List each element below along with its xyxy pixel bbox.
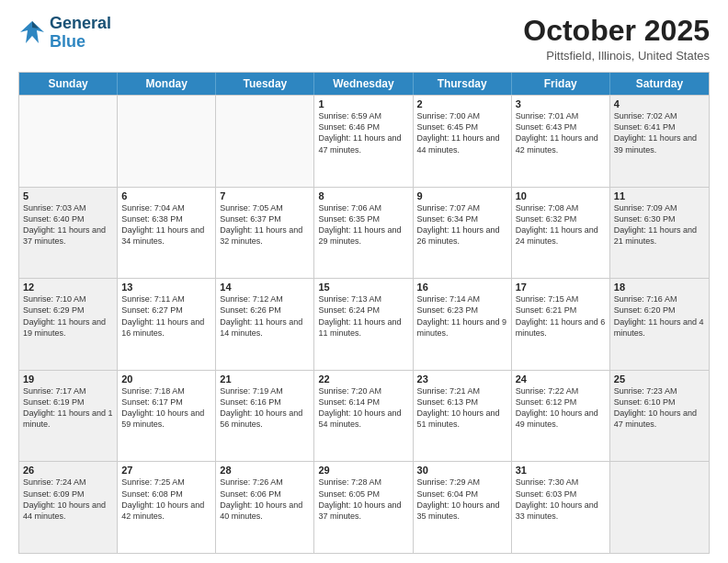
day-info: Sunrise: 7:10 AM Sunset: 6:29 PM Dayligh… xyxy=(23,293,113,339)
day-number: 21 xyxy=(220,373,310,385)
day-number: 19 xyxy=(23,373,113,385)
cal-cell: 8Sunrise: 7:06 AM Sunset: 6:35 PM Daylig… xyxy=(314,188,413,279)
cal-row: 5Sunrise: 7:03 AM Sunset: 6:40 PM Daylig… xyxy=(19,187,709,279)
cal-cell: 26Sunrise: 7:24 AM Sunset: 6:09 PM Dayli… xyxy=(19,462,118,553)
day-info: Sunrise: 7:29 AM Sunset: 6:04 PM Dayligh… xyxy=(417,477,507,522)
header: General Blue October 2025 Pittsfield, Il… xyxy=(18,15,710,63)
cal-header-day: Friday xyxy=(512,73,610,95)
day-number: 16 xyxy=(417,282,507,293)
day-info: Sunrise: 7:18 AM Sunset: 6:17 PM Dayligh… xyxy=(121,385,211,431)
day-info: Sunrise: 7:14 AM Sunset: 6:23 PM Dayligh… xyxy=(417,293,507,339)
day-info: Sunrise: 7:22 AM Sunset: 6:12 PM Dayligh… xyxy=(516,385,606,431)
day-info: Sunrise: 7:25 AM Sunset: 6:08 PM Dayligh… xyxy=(121,477,211,522)
cal-cell: 15Sunrise: 7:13 AM Sunset: 6:24 PM Dayli… xyxy=(314,279,413,370)
day-info: Sunrise: 7:28 AM Sunset: 6:05 PM Dayligh… xyxy=(318,477,408,522)
day-info: Sunrise: 7:13 AM Sunset: 6:24 PM Dayligh… xyxy=(318,293,408,339)
cal-cell: 17Sunrise: 7:15 AM Sunset: 6:21 PM Dayli… xyxy=(512,279,610,370)
cal-cell xyxy=(118,96,216,187)
day-info: Sunrise: 7:21 AM Sunset: 6:13 PM Dayligh… xyxy=(417,385,507,431)
page: General Blue October 2025 Pittsfield, Il… xyxy=(0,0,728,563)
day-number: 20 xyxy=(121,373,211,385)
cal-row: 12Sunrise: 7:10 AM Sunset: 6:29 PM Dayli… xyxy=(19,278,709,370)
cal-cell: 4Sunrise: 7:02 AM Sunset: 6:41 PM Daylig… xyxy=(610,96,709,187)
cal-cell: 30Sunrise: 7:29 AM Sunset: 6:04 PM Dayli… xyxy=(414,462,512,553)
day-info: Sunrise: 7:11 AM Sunset: 6:27 PM Dayligh… xyxy=(121,293,211,339)
day-number: 25 xyxy=(614,373,705,385)
day-number: 28 xyxy=(220,465,310,476)
day-number: 5 xyxy=(23,190,113,201)
cal-cell: 20Sunrise: 7:18 AM Sunset: 6:17 PM Dayli… xyxy=(118,371,216,462)
day-number: 7 xyxy=(220,190,310,201)
day-info: Sunrise: 7:26 AM Sunset: 6:06 PM Dayligh… xyxy=(220,477,310,522)
day-info: Sunrise: 7:06 AM Sunset: 6:35 PM Dayligh… xyxy=(318,202,408,247)
day-info: Sunrise: 7:15 AM Sunset: 6:21 PM Dayligh… xyxy=(516,293,606,339)
cal-cell xyxy=(610,462,709,553)
cal-cell: 2Sunrise: 7:00 AM Sunset: 6:45 PM Daylig… xyxy=(414,96,512,187)
day-number: 30 xyxy=(417,465,507,476)
day-number: 31 xyxy=(516,465,606,476)
day-number: 4 xyxy=(614,98,705,109)
day-number: 14 xyxy=(220,282,310,293)
cal-cell: 3Sunrise: 7:01 AM Sunset: 6:43 PM Daylig… xyxy=(512,96,610,187)
cal-cell: 29Sunrise: 7:28 AM Sunset: 6:05 PM Dayli… xyxy=(314,462,413,553)
day-number: 18 xyxy=(614,282,705,293)
cal-cell: 7Sunrise: 7:05 AM Sunset: 6:37 PM Daylig… xyxy=(216,188,314,279)
day-number: 1 xyxy=(318,98,408,109)
month-title: October 2025 xyxy=(523,15,710,47)
day-info: Sunrise: 7:01 AM Sunset: 6:43 PM Dayligh… xyxy=(516,110,606,155)
day-number: 13 xyxy=(121,282,211,293)
cal-cell: 1Sunrise: 6:59 AM Sunset: 6:46 PM Daylig… xyxy=(314,96,413,187)
logo: General Blue xyxy=(18,15,111,52)
day-number: 22 xyxy=(318,373,408,385)
cal-cell: 21Sunrise: 7:19 AM Sunset: 6:16 PM Dayli… xyxy=(216,371,314,462)
day-number: 6 xyxy=(121,190,211,201)
cal-cell: 12Sunrise: 7:10 AM Sunset: 6:29 PM Dayli… xyxy=(19,279,118,370)
logo-text: General Blue xyxy=(50,15,111,52)
day-info: Sunrise: 7:07 AM Sunset: 6:34 PM Dayligh… xyxy=(417,202,507,247)
cal-cell: 6Sunrise: 7:04 AM Sunset: 6:38 PM Daylig… xyxy=(118,188,216,279)
title-block: October 2025 Pittsfield, Illinois, Unite… xyxy=(523,15,710,63)
day-number: 9 xyxy=(417,190,507,201)
cal-cell: 10Sunrise: 7:08 AM Sunset: 6:32 PM Dayli… xyxy=(512,188,610,279)
day-number: 26 xyxy=(23,465,113,476)
day-number: 29 xyxy=(318,465,408,476)
day-number: 17 xyxy=(516,282,606,293)
cal-row: 1Sunrise: 6:59 AM Sunset: 6:46 PM Daylig… xyxy=(19,95,709,187)
day-info: Sunrise: 7:09 AM Sunset: 6:30 PM Dayligh… xyxy=(614,202,705,247)
cal-header-day: Tuesday xyxy=(216,73,314,95)
day-number: 10 xyxy=(516,190,606,201)
cal-row: 19Sunrise: 7:17 AM Sunset: 6:19 PM Dayli… xyxy=(19,370,709,462)
cal-header-day: Thursday xyxy=(414,73,512,95)
day-info: Sunrise: 7:12 AM Sunset: 6:26 PM Dayligh… xyxy=(220,293,310,339)
day-info: Sunrise: 7:17 AM Sunset: 6:19 PM Dayligh… xyxy=(23,385,113,431)
location: Pittsfield, Illinois, United States xyxy=(523,49,710,63)
cal-cell: 23Sunrise: 7:21 AM Sunset: 6:13 PM Dayli… xyxy=(414,371,512,462)
cal-cell: 13Sunrise: 7:11 AM Sunset: 6:27 PM Dayli… xyxy=(118,279,216,370)
day-number: 23 xyxy=(417,373,507,385)
day-info: Sunrise: 7:23 AM Sunset: 6:10 PM Dayligh… xyxy=(614,385,705,431)
cal-cell: 5Sunrise: 7:03 AM Sunset: 6:40 PM Daylig… xyxy=(19,188,118,279)
day-number: 12 xyxy=(23,282,113,293)
day-info: Sunrise: 7:04 AM Sunset: 6:38 PM Dayligh… xyxy=(121,202,211,247)
cal-header-day: Wednesday xyxy=(314,73,413,95)
day-number: 27 xyxy=(121,465,211,476)
cal-cell: 25Sunrise: 7:23 AM Sunset: 6:10 PM Dayli… xyxy=(610,371,709,462)
day-number: 24 xyxy=(516,373,606,385)
cal-cell: 24Sunrise: 7:22 AM Sunset: 6:12 PM Dayli… xyxy=(512,371,610,462)
cal-cell: 18Sunrise: 7:16 AM Sunset: 6:20 PM Dayli… xyxy=(610,279,709,370)
day-info: Sunrise: 7:24 AM Sunset: 6:09 PM Dayligh… xyxy=(23,477,113,522)
logo-icon xyxy=(18,19,46,47)
day-info: Sunrise: 7:16 AM Sunset: 6:20 PM Dayligh… xyxy=(614,293,705,339)
day-info: Sunrise: 7:08 AM Sunset: 6:32 PM Dayligh… xyxy=(516,202,606,247)
cal-cell: 31Sunrise: 7:30 AM Sunset: 6:03 PM Dayli… xyxy=(512,462,610,553)
cal-cell: 16Sunrise: 7:14 AM Sunset: 6:23 PM Dayli… xyxy=(414,279,512,370)
day-info: Sunrise: 7:03 AM Sunset: 6:40 PM Dayligh… xyxy=(23,202,113,247)
day-number: 2 xyxy=(417,98,507,109)
cal-cell xyxy=(19,96,118,187)
cal-cell: 27Sunrise: 7:25 AM Sunset: 6:08 PM Dayli… xyxy=(118,462,216,553)
cal-row: 26Sunrise: 7:24 AM Sunset: 6:09 PM Dayli… xyxy=(19,461,709,553)
calendar: SundayMondayTuesdayWednesdayThursdayFrid… xyxy=(18,72,710,554)
day-info: Sunrise: 7:00 AM Sunset: 6:45 PM Dayligh… xyxy=(417,110,507,155)
day-number: 11 xyxy=(614,190,705,201)
cal-cell: 19Sunrise: 7:17 AM Sunset: 6:19 PM Dayli… xyxy=(19,371,118,462)
